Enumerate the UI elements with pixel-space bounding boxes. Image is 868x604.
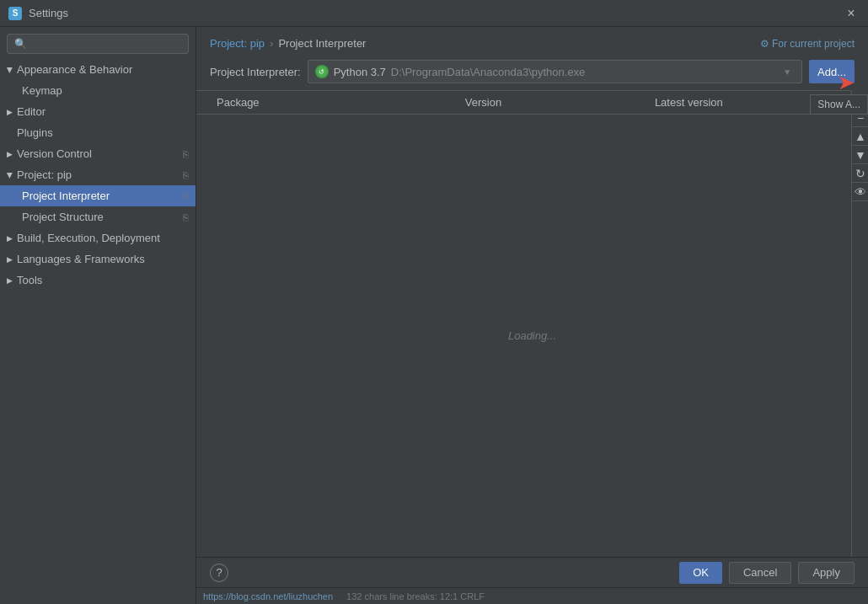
expand-icon: ▶ [7,234,13,243]
python-version: Python 3.7 [334,66,386,78]
breadcrumb: Project: pip › Project Interpreter ⚙ For… [196,27,868,56]
right-panel: Project: pip › Project Interpreter ⚙ For… [196,27,868,604]
expand-icon: ▶ [7,276,13,285]
app-icon: S [8,7,22,20]
python-spinner-icon: ↺ [315,65,329,78]
sidebar-item-plugins[interactable]: Plugins [0,122,196,143]
col-header-package: Package [210,91,458,114]
package-table: Package Version Latest version Loading..… [196,90,868,557]
ok-button[interactable]: OK [679,562,722,584]
main-content: ▶ Appearance & Behavior Keymap ▶ Editor … [0,27,868,604]
table-header: Package Version Latest version [196,90,868,115]
status-text: 132 chars line breaks: 12:1 CRLF [346,591,485,601]
close-button[interactable]: × [843,5,860,22]
loading-text: Loading... [508,329,556,342]
dialog-buttons: OK Cancel Apply [679,562,855,584]
sidebar-item-tools[interactable]: ▶ Tools [0,270,196,291]
sidebar-item-languages-frameworks[interactable]: ▶ Languages & Frameworks [0,249,196,270]
eye-button[interactable]: 👁 [852,183,868,201]
chevron-down-icon: ▼ [783,67,795,77]
breadcrumb-current: Project Interpreter [278,37,366,50]
sidebar-label-project-interpreter: Project Interpreter [22,190,110,202]
interpreter-row: Project Interpreter: ↺ Python 3.7 D:\Pro… [196,56,868,90]
expand-icon: ▶ [7,255,13,264]
interpreter-dropdown[interactable]: ↺ Python 3.7 D:\ProgramData\Anaconda3\py… [308,60,802,83]
sidebar-label-version-control: Version Control [17,147,92,160]
up-button[interactable]: ▲ [852,127,868,146]
search-input[interactable] [7,34,189,54]
sidebar-item-project-structure[interactable]: Project Structure ⎘ [0,206,196,227]
expand-icon: ▶ [7,108,13,116]
show-all-button[interactable]: Show A... [810,94,868,115]
col-header-version: Version [458,91,648,114]
table-body-loading: Loading... [196,115,868,557]
bottom-bar: ? OK Cancel Apply [196,557,868,587]
for-project-link[interactable]: ⚙ For current project [760,38,855,50]
sidebar-label-editor: Editor [17,105,46,118]
copy-icon: ⎘ [183,212,189,222]
sidebar-item-project-interpreter[interactable]: Project Interpreter ⎘ [0,185,196,206]
sidebar-label-project-structure: Project Structure [22,211,104,223]
title-bar: S Settings × [0,0,868,27]
expand-icon: ▶ [7,150,13,158]
sidebar-label-project-pip: Project: pip [17,168,72,181]
add-interpreter-button[interactable]: Add... [809,60,855,83]
sidebar: ▶ Appearance & Behavior Keymap ▶ Editor … [0,27,196,604]
sidebar-label-build-execution: Build, Execution, Deployment [17,232,160,244]
python-path: D:\ProgramData\Anaconda3\python.exe [391,66,586,78]
dialog-title: Settings [29,7,843,19]
status-bar: https://blog.csdn.net/liuzhuchen 132 cha… [196,587,868,604]
status-link[interactable]: https://blog.csdn.net/liuzhuchen [203,591,333,601]
breadcrumb-parent[interactable]: Project: pip [210,37,265,50]
sidebar-label-appearance: Appearance & Behavior [17,63,132,76]
table-action-buttons: + − ▲ ▼ ↻ 👁 [851,90,868,557]
copy-icon: ⎘ [183,149,189,159]
settings-dialog: S Settings × ▶ Appearance & Behavior Key… [0,0,868,604]
sidebar-item-editor[interactable]: ▶ Editor [0,101,196,122]
col-header-latest: Latest version [648,91,838,114]
interpreter-label: Project Interpreter: [210,66,301,78]
sidebar-item-keymap[interactable]: Keymap [0,80,196,101]
sidebar-label-keymap: Keymap [22,84,62,97]
breadcrumb-separator: › [270,37,273,50]
refresh-button[interactable]: ↻ [852,164,868,183]
expand-icon: ▶ [6,172,14,178]
cancel-button[interactable]: Cancel [729,562,791,584]
copy-icon: ⎘ [183,191,189,201]
sidebar-item-appearance-behavior[interactable]: ▶ Appearance & Behavior [0,59,196,80]
copy-icon: ⎘ [183,170,189,180]
sidebar-item-version-control[interactable]: ▶ Version Control ⎘ [0,143,196,164]
sidebar-item-build-execution[interactable]: ▶ Build, Execution, Deployment [0,227,196,249]
sidebar-label-plugins: Plugins [17,126,53,139]
down-button[interactable]: ▼ [852,146,868,164]
sidebar-item-project-pip[interactable]: ▶ Project: pip ⎘ [0,164,196,185]
help-button[interactable]: ? [210,564,228,582]
sidebar-label-languages: Languages & Frameworks [17,253,145,265]
expand-icon: ▶ [6,67,14,72]
apply-button[interactable]: Apply [798,562,855,584]
sidebar-label-tools: Tools [17,274,42,286]
